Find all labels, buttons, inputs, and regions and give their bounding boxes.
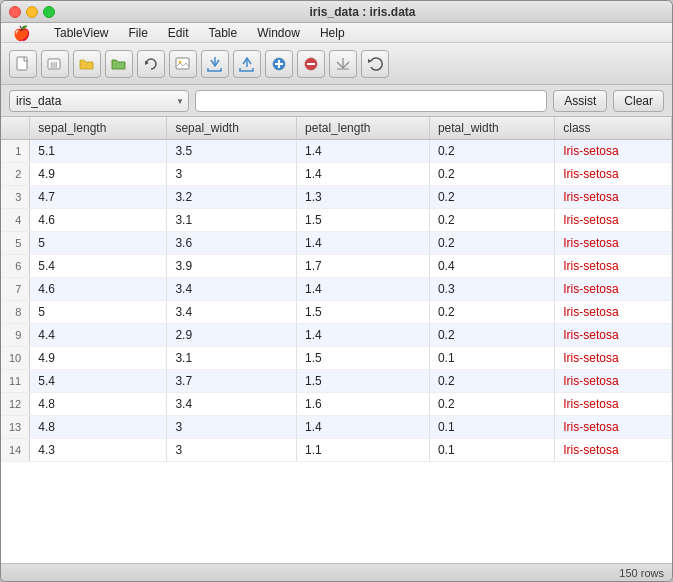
cell-class: Iris-setosa bbox=[555, 186, 672, 209]
cell-petal_length: 1.1 bbox=[297, 439, 430, 462]
table-row[interactable]: 124.83.41.60.2Iris-setosa bbox=[1, 393, 672, 416]
cell-sepal_length: 4.8 bbox=[30, 393, 167, 416]
download-button[interactable] bbox=[201, 50, 229, 78]
cell-class: Iris-setosa bbox=[555, 140, 672, 163]
download-icon bbox=[207, 56, 223, 72]
dataset-select[interactable]: iris_data bbox=[9, 90, 189, 112]
cell-sepal_width: 3 bbox=[167, 416, 297, 439]
menu-tableview[interactable]: TableView bbox=[50, 24, 112, 42]
table-row[interactable]: 144.331.10.1Iris-setosa bbox=[1, 439, 672, 462]
svg-rect-4 bbox=[176, 58, 189, 69]
menu-bar: 🍎 TableView File Edit Table Window Help bbox=[1, 23, 672, 43]
undo-button[interactable] bbox=[361, 50, 389, 78]
table-row[interactable]: 853.41.50.2Iris-setosa bbox=[1, 301, 672, 324]
upload-button[interactable] bbox=[233, 50, 261, 78]
dataset-select-wrapper: iris_data ▼ bbox=[9, 90, 189, 112]
table-row[interactable]: 34.73.21.30.2Iris-setosa bbox=[1, 186, 672, 209]
add-button[interactable] bbox=[265, 50, 293, 78]
cell-class: Iris-setosa bbox=[555, 416, 672, 439]
table-row[interactable]: 15.13.51.40.2Iris-setosa bbox=[1, 140, 672, 163]
table-row[interactable]: 553.61.40.2Iris-setosa bbox=[1, 232, 672, 255]
cell-petal_length: 1.4 bbox=[297, 140, 430, 163]
menu-file[interactable]: File bbox=[124, 24, 151, 42]
cell-class: Iris-setosa bbox=[555, 347, 672, 370]
cell-petal_length: 1.5 bbox=[297, 347, 430, 370]
cell-petal_length: 1.6 bbox=[297, 393, 430, 416]
main-window: iris_data : iris.data 🍎 TableView File E… bbox=[0, 0, 673, 582]
menu-edit[interactable]: Edit bbox=[164, 24, 193, 42]
cell-petal_width: 0.2 bbox=[429, 324, 554, 347]
export-icon bbox=[335, 56, 351, 72]
col-header-petal-length[interactable]: petal_length bbox=[297, 117, 430, 140]
cell-petal_width: 0.2 bbox=[429, 393, 554, 416]
menu-window[interactable]: Window bbox=[253, 24, 304, 42]
cell-class: Iris-setosa bbox=[555, 370, 672, 393]
menu-help[interactable]: Help bbox=[316, 24, 349, 42]
col-header-petal-width[interactable]: petal_width bbox=[429, 117, 554, 140]
table-row[interactable]: 44.63.11.50.2Iris-setosa bbox=[1, 209, 672, 232]
row-number: 8 bbox=[1, 301, 30, 324]
upload-icon bbox=[239, 56, 255, 72]
table-row[interactable]: 134.831.40.1Iris-setosa bbox=[1, 416, 672, 439]
maximize-button[interactable] bbox=[43, 6, 55, 18]
remove-button[interactable] bbox=[297, 50, 325, 78]
open-file-button[interactable]: ▤ bbox=[41, 50, 69, 78]
col-header-sepal-length[interactable]: sepal_length bbox=[30, 117, 167, 140]
col-header-class[interactable]: class bbox=[555, 117, 672, 140]
cell-petal_width: 0.4 bbox=[429, 255, 554, 278]
image-icon bbox=[175, 56, 191, 72]
cell-petal_length: 1.4 bbox=[297, 416, 430, 439]
cell-class: Iris-setosa bbox=[555, 232, 672, 255]
menu-table[interactable]: Table bbox=[205, 24, 242, 42]
cell-sepal_length: 4.8 bbox=[30, 416, 167, 439]
table-row[interactable]: 115.43.71.50.2Iris-setosa bbox=[1, 370, 672, 393]
window-title: iris_data : iris.data bbox=[61, 5, 664, 19]
undo-icon bbox=[367, 56, 383, 72]
image-button[interactable] bbox=[169, 50, 197, 78]
save-folder-icon bbox=[111, 56, 127, 72]
table-row[interactable]: 74.63.41.40.3Iris-setosa bbox=[1, 278, 672, 301]
filter-input[interactable] bbox=[195, 90, 547, 112]
table-row[interactable]: 94.42.91.40.2Iris-setosa bbox=[1, 324, 672, 347]
cell-petal_length: 1.4 bbox=[297, 278, 430, 301]
table-row[interactable]: 104.93.11.50.1Iris-setosa bbox=[1, 347, 672, 370]
cell-sepal_width: 3.2 bbox=[167, 186, 297, 209]
cell-sepal_width: 3.9 bbox=[167, 255, 297, 278]
traffic-lights bbox=[9, 6, 55, 18]
cell-class: Iris-setosa bbox=[555, 163, 672, 186]
table-row[interactable]: 65.43.91.70.4Iris-setosa bbox=[1, 255, 672, 278]
export-button[interactable] bbox=[329, 50, 357, 78]
assist-button[interactable]: Assist bbox=[553, 90, 607, 112]
clear-button[interactable]: Clear bbox=[613, 90, 664, 112]
cell-sepal_length: 5.4 bbox=[30, 370, 167, 393]
minimize-button[interactable] bbox=[26, 6, 38, 18]
filter-bar: iris_data ▼ Assist Clear bbox=[1, 85, 672, 117]
cell-sepal_length: 4.6 bbox=[30, 278, 167, 301]
col-header-sepal-width[interactable]: sepal_width bbox=[167, 117, 297, 140]
table-scroll[interactable]: sepal_length sepal_width petal_length pe… bbox=[1, 117, 672, 563]
cell-petal_length: 1.5 bbox=[297, 370, 430, 393]
row-number: 12 bbox=[1, 393, 30, 416]
cell-class: Iris-setosa bbox=[555, 278, 672, 301]
title-bar: iris_data : iris.data bbox=[1, 1, 672, 23]
cell-petal_length: 1.4 bbox=[297, 232, 430, 255]
row-number: 3 bbox=[1, 186, 30, 209]
cell-petal_width: 0.2 bbox=[429, 232, 554, 255]
row-number: 7 bbox=[1, 278, 30, 301]
svg-rect-0 bbox=[17, 57, 27, 70]
open-folder-button[interactable] bbox=[73, 50, 101, 78]
refresh-icon bbox=[143, 56, 159, 72]
new-document-button[interactable] bbox=[9, 50, 37, 78]
row-count-label: 150 rows bbox=[619, 567, 664, 579]
cell-sepal_length: 5.1 bbox=[30, 140, 167, 163]
refresh-button[interactable] bbox=[137, 50, 165, 78]
add-icon bbox=[271, 56, 287, 72]
row-number: 2 bbox=[1, 163, 30, 186]
cell-sepal_length: 4.6 bbox=[30, 209, 167, 232]
table-row[interactable]: 24.931.40.2Iris-setosa bbox=[1, 163, 672, 186]
apple-menu[interactable]: 🍎 bbox=[9, 23, 34, 43]
cell-class: Iris-setosa bbox=[555, 393, 672, 416]
cell-petal_width: 0.2 bbox=[429, 140, 554, 163]
save-folder-button[interactable] bbox=[105, 50, 133, 78]
close-button[interactable] bbox=[9, 6, 21, 18]
